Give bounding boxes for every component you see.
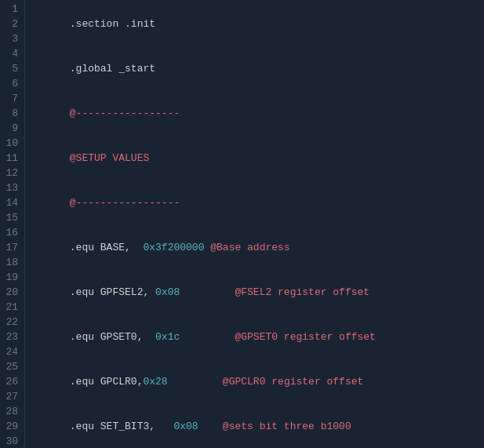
line-num-28: 28 bbox=[5, 404, 18, 419]
line-num-24: 24 bbox=[5, 344, 18, 359]
line-num-4: 4 bbox=[5, 46, 18, 61]
line-num-8: 8 bbox=[5, 106, 18, 121]
code-line-10: .equ SET_BIT3, 0x08 @sets bit three b100… bbox=[33, 404, 484, 448]
line-num-26: 26 bbox=[5, 374, 18, 389]
line-num-21: 21 bbox=[5, 300, 18, 315]
line-num-17: 17 bbox=[5, 240, 18, 255]
line-num-15: 15 bbox=[5, 210, 18, 225]
code-line-4: @SETUP VALUES bbox=[33, 136, 484, 180]
line-num-16: 16 bbox=[5, 225, 18, 240]
line-num-11: 11 bbox=[5, 151, 18, 166]
line-num-29: 29 bbox=[5, 419, 18, 434]
code-line-8: .equ GPSET0, 0x1c @GPSET0 register offse… bbox=[33, 315, 484, 359]
line-num-19: 19 bbox=[5, 270, 18, 285]
line-num-14: 14 bbox=[5, 195, 18, 210]
code-line-6: .equ BASE, 0x3f200000 @Base address bbox=[33, 225, 484, 270]
line-num-23: 23 bbox=[5, 330, 18, 344]
line-numbers: 1 2 3 4 5 6 7 8 9 10 11 12 13 14 15 16 1… bbox=[0, 0, 25, 448]
line-num-12: 12 bbox=[5, 166, 18, 180]
code-line-1: .section .init bbox=[33, 2, 484, 46]
code-line-3: @----------------- bbox=[33, 91, 484, 136]
line-num-2: 2 bbox=[5, 16, 18, 31]
line-num-7: 7 bbox=[5, 91, 18, 106]
code-line-5: @----------------- bbox=[33, 180, 484, 225]
line-num-5: 5 bbox=[5, 61, 18, 76]
line-num-22: 22 bbox=[5, 315, 18, 330]
line-num-27: 27 bbox=[5, 389, 18, 404]
line-num-25: 25 bbox=[5, 359, 18, 374]
code-editor: 1 2 3 4 5 6 7 8 9 10 11 12 13 14 15 16 1… bbox=[0, 0, 484, 448]
line-num-3: 3 bbox=[5, 31, 18, 46]
code-line-2: .global _start bbox=[33, 46, 484, 91]
line-num-10: 10 bbox=[5, 136, 18, 151]
code-line-9: .equ GPCLR0,0x28 @GPCLR0 register offset bbox=[33, 359, 484, 404]
line-num-13: 13 bbox=[5, 180, 18, 195]
line-num-20: 20 bbox=[5, 285, 18, 300]
line-num-1: 1 bbox=[5, 2, 18, 16]
line-num-18: 18 bbox=[5, 255, 18, 270]
code-line-7: .equ GPFSEL2, 0x08 @FSEL2 register offse… bbox=[33, 270, 484, 315]
line-num-30: 30 bbox=[5, 434, 18, 448]
line-num-9: 9 bbox=[5, 121, 18, 136]
line-num-6: 6 bbox=[5, 76, 18, 91]
code-content[interactable]: .section .init .global _start @---------… bbox=[25, 0, 484, 448]
